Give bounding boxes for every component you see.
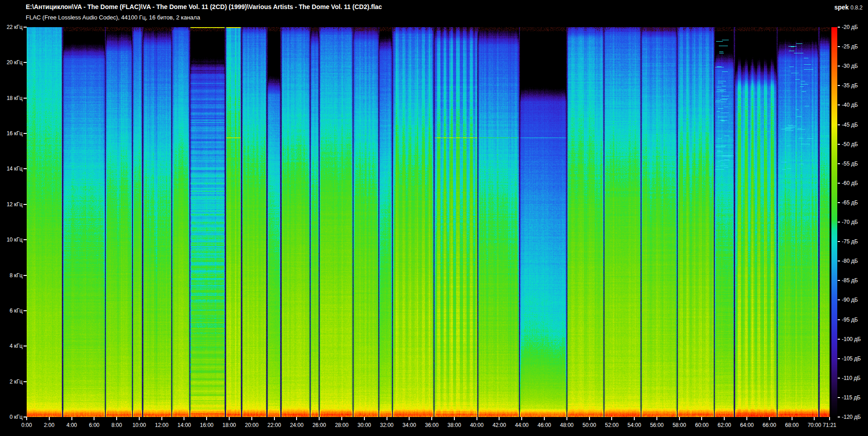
- time-tick-label: 16:00: [200, 422, 213, 428]
- time-tick: [521, 417, 522, 420]
- db-tick: [838, 163, 840, 164]
- db-tick-label: -40 дБ: [842, 102, 858, 108]
- time-tick-label: 14:00: [177, 422, 191, 428]
- db-tick-label: -105 дБ: [842, 355, 861, 362]
- db-tick: [838, 66, 840, 66]
- time-tick-label: 52:00: [605, 422, 618, 428]
- time-tick: [769, 417, 770, 420]
- time-tick-label: 58:00: [673, 422, 686, 428]
- freq-tick: [24, 204, 27, 205]
- time-tick: [319, 417, 320, 420]
- spectrogram-canvas: [27, 27, 830, 417]
- time-tick: [566, 417, 567, 420]
- time-tick-label: 60:00: [695, 422, 708, 428]
- time-tick: [544, 417, 545, 420]
- db-tick: [838, 46, 840, 47]
- time-tick-label: 36:00: [425, 422, 439, 428]
- time-tick-label: 71:21: [823, 422, 836, 428]
- time-tick-label: 62:00: [717, 422, 731, 428]
- legend-gradient: [831, 27, 837, 417]
- freq-tick-label: 22 кГц: [0, 24, 23, 30]
- time-tick-label: 10:00: [132, 422, 146, 428]
- db-tick: [838, 397, 840, 398]
- app-version-label: spek0.8.2: [834, 3, 863, 11]
- time-tick-label: 44:00: [515, 422, 528, 428]
- time-tick-label: 24:00: [290, 422, 303, 428]
- time-tick-label: 50:00: [583, 422, 596, 428]
- time-tick: [431, 417, 432, 420]
- time-tick: [701, 417, 702, 420]
- time-tick: [454, 417, 455, 420]
- freq-tick: [24, 275, 27, 276]
- time-tick-label: 28:00: [335, 422, 349, 428]
- time-tick: [476, 417, 477, 420]
- db-tick-label: -75 дБ: [842, 238, 858, 245]
- time-tick: [206, 417, 207, 420]
- time-tick: [792, 417, 793, 420]
- db-tick: [838, 124, 840, 125]
- db-tick: [838, 85, 840, 86]
- db-tick-label: -50 дБ: [842, 141, 858, 147]
- db-tick-label: -45 дБ: [842, 122, 858, 128]
- freq-tick: [24, 133, 27, 134]
- time-tick: [139, 417, 140, 420]
- app-name: spek: [834, 4, 849, 11]
- time-tick: [94, 417, 94, 420]
- time-tick-label: 40:00: [470, 422, 484, 428]
- db-tick: [838, 378, 840, 379]
- db-tick-label: -70 дБ: [842, 219, 858, 225]
- freq-tick: [24, 346, 27, 346]
- db-tick: [838, 358, 840, 359]
- db-tick: [838, 202, 840, 203]
- db-tick-label: -30 дБ: [842, 63, 858, 69]
- time-tick: [71, 417, 72, 420]
- time-tick: [679, 417, 680, 420]
- time-tick-label: 18:00: [222, 422, 236, 428]
- freq-tick-label: 8 кГц: [0, 272, 23, 279]
- time-tick: [229, 417, 230, 420]
- db-tick: [838, 144, 840, 145]
- db-tick-label: -55 дБ: [842, 161, 858, 167]
- db-tick-label: -95 дБ: [842, 317, 858, 323]
- time-tick-label: 64:00: [740, 422, 754, 428]
- time-tick: [49, 417, 50, 420]
- freq-tick-label: 16 кГц: [0, 130, 23, 137]
- db-tick: [838, 299, 840, 300]
- time-tick-label: 0:00: [21, 422, 32, 428]
- freq-tick: [24, 27, 27, 28]
- time-tick-label: 66:00: [763, 422, 776, 428]
- freq-tick: [24, 239, 27, 240]
- freq-tick: [24, 62, 27, 63]
- freq-tick-label: 10 кГц: [0, 237, 23, 243]
- time-tick: [409, 417, 410, 420]
- time-tick: [387, 417, 387, 420]
- time-tick-label: 54:00: [627, 422, 641, 428]
- db-tick-label: -20 дБ: [842, 24, 858, 30]
- time-tick: [184, 417, 184, 420]
- db-tick: [838, 104, 840, 105]
- time-tick: [296, 417, 297, 420]
- db-tick-label: -90 дБ: [842, 297, 858, 303]
- freq-tick-label: 12 кГц: [0, 201, 23, 208]
- db-tick: [838, 261, 840, 261]
- time-tick-label: 26:00: [312, 422, 326, 428]
- db-tick: [838, 319, 840, 320]
- freq-tick-label: 2 кГц: [0, 379, 23, 385]
- db-tick-label: -80 дБ: [842, 258, 858, 264]
- time-tick: [746, 417, 747, 420]
- time-tick: [116, 417, 117, 420]
- time-tick-label: 4:00: [66, 422, 77, 428]
- db-tick-label: -100 дБ: [842, 336, 861, 342]
- time-tick-label: 8:00: [111, 422, 122, 428]
- time-tick-label: 30:00: [358, 422, 371, 428]
- freq-tick-label: 4 кГц: [0, 343, 23, 349]
- db-tick-label: -120 дБ: [842, 414, 861, 420]
- file-path-title: E:\Антициклон\VA - The Dome (FLAC)\VA - …: [26, 3, 382, 10]
- time-tick-label: 20:00: [245, 422, 259, 428]
- time-tick-label: 32:00: [380, 422, 394, 428]
- time-tick: [829, 417, 830, 420]
- time-tick: [26, 417, 27, 420]
- db-tick: [838, 222, 840, 223]
- time-tick-label: 6:00: [89, 422, 99, 428]
- db-tick: [838, 183, 840, 184]
